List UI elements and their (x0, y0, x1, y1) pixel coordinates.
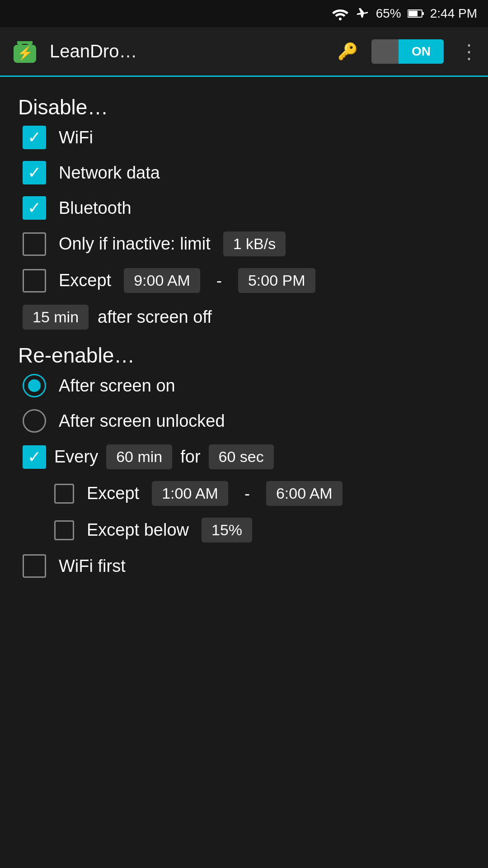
status-icons: 65% 2:44 PM (332, 6, 477, 21)
start-time-pill[interactable]: 9:00 AM (124, 268, 200, 293)
bluetooth-row: ✓ Bluetooth (18, 196, 470, 220)
except-time-reenable-label: Except (87, 484, 139, 503)
key-icon: 🔑 (338, 42, 358, 61)
bluetooth-label: Bluetooth (59, 198, 131, 218)
svg-rect-10 (33, 54, 36, 61)
airplane-icon (355, 6, 370, 21)
time-separator: - (216, 271, 222, 290)
except-time-separator: - (244, 484, 250, 503)
except-below-value-pill[interactable]: 15% (202, 518, 252, 542)
except-end-time-pill[interactable]: 6:00 AM (266, 481, 343, 506)
time-display: 2:44 PM (430, 6, 477, 21)
every-checkbox[interactable]: ✓ (23, 445, 46, 469)
every-row: ✓ Every 60 min for 60 sec (18, 444, 470, 469)
wifi-label: WiFi (59, 128, 93, 147)
except-below-label: Except below (87, 520, 189, 540)
wifi-first-checkbox[interactable] (23, 554, 46, 578)
svg-rect-7 (17, 41, 33, 44)
every-duration-pill[interactable]: 60 sec (209, 444, 274, 469)
except-start-time-pill[interactable]: 1:00 AM (152, 481, 228, 506)
after-screen-unlocked-radio[interactable] (23, 409, 46, 433)
only-inactive-checkbox[interactable] (23, 232, 46, 256)
except-time-row: Except 9:00 AM - 5:00 PM (18, 268, 470, 293)
delay-value-pill[interactable]: 15 min (23, 305, 89, 330)
every-interval-pill[interactable]: 60 min (106, 444, 172, 469)
toggle-on-label: ON (399, 39, 444, 64)
wifi-icon (332, 7, 349, 20)
every-checkmark: ✓ (28, 449, 41, 465)
network-data-checkmark: ✓ (28, 165, 41, 181)
toggle-off-part (371, 39, 399, 64)
after-screen-on-row: After screen on (18, 374, 470, 397)
disable-section-title: Disable… (18, 95, 470, 119)
svg-rect-3 (408, 11, 418, 16)
app-icon: ⚡ (9, 36, 41, 67)
every-label: Every (54, 447, 98, 467)
network-data-checkbox[interactable]: ✓ (23, 161, 46, 184)
only-inactive-label: Only if inactive: limit (59, 234, 211, 254)
after-screen-on-radio[interactable] (23, 374, 46, 397)
main-content: Disable… ✓ WiFi ✓ Network data ✓ Bluetoo… (0, 77, 488, 603)
overflow-menu-button[interactable]: ⋮ (459, 42, 479, 61)
toggle-switch[interactable]: ON (371, 39, 444, 64)
app-title: LeanDro… (50, 41, 328, 61)
after-screen-unlocked-row: After screen unlocked (18, 409, 470, 433)
except-below-checkbox[interactable] (54, 520, 74, 540)
battery-icon (408, 9, 424, 19)
after-screen-on-dot (28, 379, 41, 392)
svg-text:⚡: ⚡ (17, 46, 33, 61)
svg-rect-2 (422, 12, 424, 15)
network-data-row: ✓ Network data (18, 161, 470, 184)
app-bar: ⚡ LeanDro… 🔑 ON ⋮ (0, 27, 488, 77)
only-inactive-row: Only if inactive: limit 1 kB/s (18, 231, 470, 256)
after-screen-unlocked-label: After screen unlocked (59, 411, 225, 431)
wifi-checkbox[interactable]: ✓ (23, 126, 46, 149)
reenable-section-title: Re-enable… (18, 343, 470, 368)
status-bar: 65% 2:44 PM (0, 0, 488, 27)
except-below-row: Except below 15% (18, 518, 470, 542)
wifi-row: ✓ WiFi (18, 126, 470, 149)
delay-suffix-label: after screen off (98, 307, 212, 327)
wifi-first-label: WiFi first (59, 557, 126, 576)
battery-percent: 65% (376, 6, 401, 21)
bluetooth-checkbox[interactable]: ✓ (23, 196, 46, 220)
svg-rect-9 (14, 54, 17, 61)
wifi-first-row: WiFi first (18, 554, 470, 578)
svg-point-0 (339, 18, 342, 20)
except-checkbox[interactable] (23, 269, 46, 292)
bluetooth-checkmark: ✓ (28, 200, 41, 216)
for-label: for (180, 447, 200, 467)
except-time-reenable-row: Except 1:00 AM - 6:00 AM (18, 481, 470, 506)
after-screen-on-label: After screen on (59, 376, 175, 396)
limit-value-pill[interactable]: 1 kB/s (223, 231, 286, 256)
network-data-label: Network data (59, 163, 160, 183)
delay-row: 15 min after screen off (18, 305, 470, 330)
except-label: Except (59, 271, 111, 290)
wifi-checkmark: ✓ (28, 129, 41, 146)
end-time-pill[interactable]: 5:00 PM (238, 268, 315, 293)
except-time-reenable-checkbox[interactable] (54, 484, 74, 504)
